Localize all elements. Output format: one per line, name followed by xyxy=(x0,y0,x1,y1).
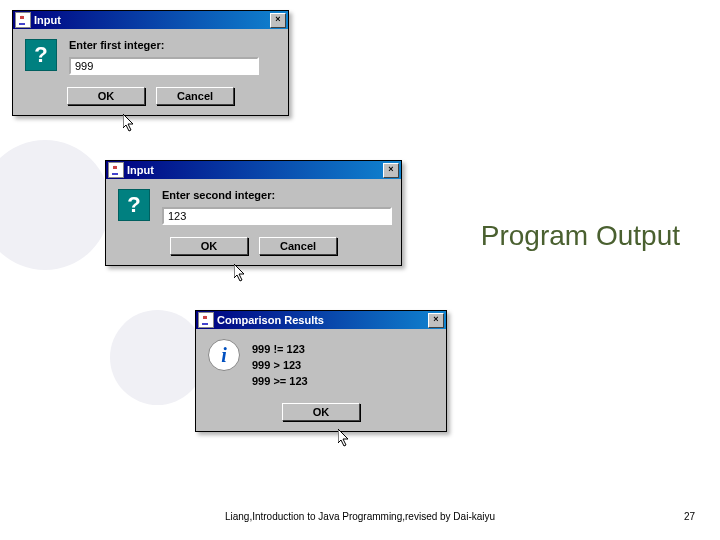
java-icon xyxy=(198,312,214,328)
titlebar[interactable]: Input × xyxy=(13,11,288,29)
page-number: 27 xyxy=(684,511,695,522)
dialog-title: Input xyxy=(127,164,383,176)
slide-title: Program Output xyxy=(481,220,680,252)
footer-text: Liang,Introduction to Java Programming,r… xyxy=(0,511,720,522)
cursor-icon xyxy=(123,114,137,134)
close-icon[interactable]: × xyxy=(383,163,399,178)
close-icon[interactable]: × xyxy=(270,13,286,28)
cancel-button[interactable]: Cancel xyxy=(156,87,234,105)
question-icon: ? xyxy=(25,39,57,71)
input-dialog-first: Input × ? Enter first integer: OK Cancel xyxy=(12,10,289,116)
result-line: 999 != 123 xyxy=(252,343,434,355)
integer-input[interactable] xyxy=(162,207,392,225)
integer-input[interactable] xyxy=(69,57,259,75)
ok-button[interactable]: OK xyxy=(67,87,145,105)
ok-button[interactable]: OK xyxy=(170,237,248,255)
cursor-icon xyxy=(338,429,352,449)
dialog-title: Input xyxy=(34,14,270,26)
cancel-button[interactable]: Cancel xyxy=(259,237,337,255)
info-icon xyxy=(208,339,240,371)
titlebar[interactable]: Comparison Results × xyxy=(196,311,446,329)
result-line: 999 > 123 xyxy=(252,359,434,371)
java-icon xyxy=(15,12,31,28)
ok-button[interactable]: OK xyxy=(282,403,360,421)
cursor-icon xyxy=(234,264,248,284)
input-dialog-second: Input × ? Enter second integer: OK Cance… xyxy=(105,160,402,266)
titlebar[interactable]: Input × xyxy=(106,161,401,179)
question-icon: ? xyxy=(118,189,150,221)
result-dialog: Comparison Results × 999 != 123 999 > 12… xyxy=(195,310,447,432)
close-icon[interactable]: × xyxy=(428,313,444,328)
prompt-label: Enter second integer: xyxy=(162,189,392,201)
dialog-title: Comparison Results xyxy=(217,314,428,326)
prompt-label: Enter first integer: xyxy=(69,39,276,51)
java-icon xyxy=(108,162,124,178)
result-line: 999 >= 123 xyxy=(252,375,434,387)
